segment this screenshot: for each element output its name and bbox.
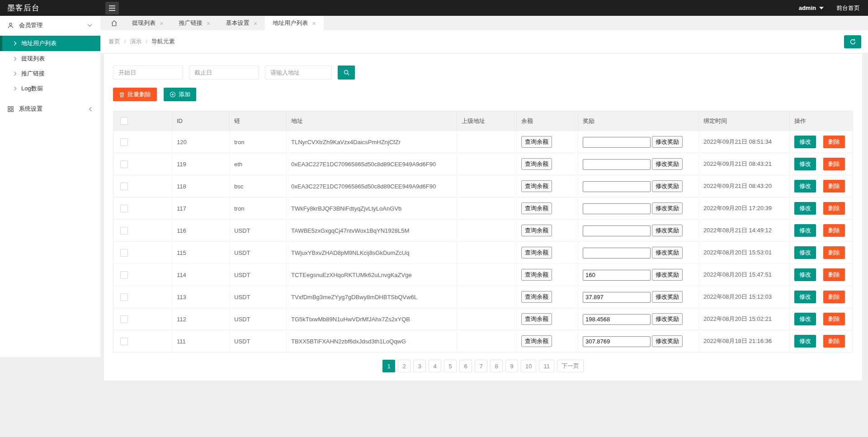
query-balance-button[interactable]: 查询余额 xyxy=(521,136,552,148)
tab[interactable]: 地址用户列表 xyxy=(265,16,324,30)
query-balance-button[interactable]: 查询余额 xyxy=(521,158,552,170)
refresh-button[interactable] xyxy=(844,35,861,48)
page-button[interactable]: 7 xyxy=(475,360,487,372)
sidebar-item[interactable]: 提现列表 xyxy=(0,51,100,66)
frontend-home-link[interactable]: 前台首页 xyxy=(836,4,860,12)
page-button[interactable]: 10 xyxy=(521,360,536,372)
page-button[interactable]: 2 xyxy=(398,360,410,372)
user-dropdown[interactable]: admin xyxy=(799,5,824,11)
reward-input[interactable] xyxy=(583,270,651,281)
sidebar-group-members[interactable]: 会员管理 xyxy=(0,16,100,35)
tab[interactable]: 推广链接 xyxy=(171,16,218,30)
delete-button[interactable]: 删除 xyxy=(823,158,845,170)
tab-home[interactable] xyxy=(104,16,124,30)
row-checkbox[interactable] xyxy=(120,271,128,279)
reward-input[interactable] xyxy=(583,292,651,303)
tab-close-icon[interactable] xyxy=(254,20,258,27)
delete-button[interactable]: 删除 xyxy=(823,180,845,193)
tab-close-icon[interactable] xyxy=(312,20,316,27)
page-button[interactable]: 5 xyxy=(444,360,457,372)
row-checkbox[interactable] xyxy=(120,138,128,146)
modify-reward-button[interactable]: 修改奖励 xyxy=(652,247,683,258)
page-button[interactable]: 11 xyxy=(539,360,554,372)
modify-reward-button[interactable]: 修改奖励 xyxy=(652,313,683,325)
delete-button[interactable]: 删除 xyxy=(823,202,845,215)
modify-reward-button[interactable]: 修改奖励 xyxy=(652,291,683,303)
row-checkbox[interactable] xyxy=(120,338,128,345)
tab-close-icon[interactable] xyxy=(160,20,164,27)
modify-reward-button[interactable]: 修改奖励 xyxy=(652,180,683,192)
delete-button[interactable]: 删除 xyxy=(823,246,845,259)
modify-reward-button[interactable]: 修改奖励 xyxy=(652,335,683,347)
end-date-input[interactable] xyxy=(189,66,259,80)
delete-button[interactable]: 删除 xyxy=(823,224,845,237)
search-button[interactable] xyxy=(338,66,355,80)
row-checkbox[interactable] xyxy=(120,249,128,257)
batch-delete-button[interactable]: 批量删除 xyxy=(113,88,157,101)
select-all-checkbox[interactable] xyxy=(120,117,128,125)
edit-button[interactable]: 修改 xyxy=(794,246,816,259)
page-button[interactable]: 1 xyxy=(382,360,395,372)
row-checkbox[interactable] xyxy=(120,227,128,235)
page-button[interactable]: 6 xyxy=(459,360,472,372)
query-balance-button[interactable]: 查询余额 xyxy=(521,335,552,347)
modify-reward-button[interactable]: 修改奖励 xyxy=(652,269,683,281)
reward-input[interactable] xyxy=(583,137,651,148)
modify-reward-button[interactable]: 修改奖励 xyxy=(652,225,683,236)
tab-close-icon[interactable] xyxy=(207,20,211,27)
delete-button[interactable]: 删除 xyxy=(823,313,845,325)
menu-toggle-button[interactable] xyxy=(105,2,119,14)
page-button[interactable]: 4 xyxy=(429,360,441,372)
edit-button[interactable]: 修改 xyxy=(794,224,816,237)
row-checkbox[interactable] xyxy=(120,205,128,212)
row-checkbox[interactable] xyxy=(120,160,128,168)
query-balance-button[interactable]: 查询余额 xyxy=(521,225,552,236)
modify-reward-button[interactable]: 修改奖励 xyxy=(652,158,683,170)
query-balance-button[interactable]: 查询余额 xyxy=(521,313,552,325)
start-date-input[interactable] xyxy=(113,66,183,80)
page-button[interactable]: 8 xyxy=(490,360,503,372)
query-balance-button[interactable]: 查询余额 xyxy=(521,202,552,214)
modify-reward-button[interactable]: 修改奖励 xyxy=(652,136,683,148)
edit-button[interactable]: 修改 xyxy=(794,136,816,148)
edit-button[interactable]: 修改 xyxy=(794,202,816,215)
breadcrumb-demo[interactable]: 演示 xyxy=(130,38,142,46)
delete-button[interactable]: 删除 xyxy=(823,136,845,148)
edit-button[interactable]: 修改 xyxy=(794,313,816,325)
sidebar-item[interactable]: 推广链接 xyxy=(0,66,100,81)
reward-input[interactable] xyxy=(583,159,651,170)
edit-button[interactable]: 修改 xyxy=(794,158,816,170)
reward-input[interactable] xyxy=(583,314,651,325)
delete-button[interactable]: 删除 xyxy=(823,291,845,303)
edit-button[interactable]: 修改 xyxy=(794,291,816,303)
modify-reward-button[interactable]: 修改奖励 xyxy=(652,202,683,214)
sidebar-item[interactable]: Log数据 xyxy=(0,81,100,96)
edit-button[interactable]: 修改 xyxy=(794,335,816,348)
row-checkbox[interactable] xyxy=(120,183,128,190)
sidebar-group-system[interactable]: 系统设置 xyxy=(0,99,100,118)
reward-input[interactable] xyxy=(583,203,651,214)
edit-button[interactable]: 修改 xyxy=(794,180,816,193)
reward-input[interactable] xyxy=(583,181,651,192)
next-page-button[interactable]: 下一页 xyxy=(557,360,584,372)
sidebar-item[interactable]: 地址用户列表 xyxy=(0,36,100,51)
query-balance-button[interactable]: 查询余额 xyxy=(521,291,552,303)
tab[interactable]: 提现列表 xyxy=(124,16,171,30)
reward-input[interactable] xyxy=(583,248,651,258)
address-search-input[interactable] xyxy=(265,66,332,80)
row-checkbox[interactable] xyxy=(120,315,128,323)
reward-input[interactable] xyxy=(583,336,651,347)
add-button[interactable]: 添加 xyxy=(164,88,196,101)
delete-button[interactable]: 删除 xyxy=(823,268,845,281)
page-button[interactable]: 9 xyxy=(505,360,518,372)
edit-button[interactable]: 修改 xyxy=(794,268,816,281)
query-balance-button[interactable]: 查询余额 xyxy=(521,180,552,192)
tab[interactable]: 基本设置 xyxy=(218,16,265,30)
delete-button[interactable]: 删除 xyxy=(823,335,845,348)
breadcrumb-home[interactable]: 首页 xyxy=(108,38,120,46)
query-balance-button[interactable]: 查询余额 xyxy=(521,269,552,281)
page-button[interactable]: 3 xyxy=(413,360,426,372)
row-checkbox[interactable] xyxy=(120,293,128,301)
query-balance-button[interactable]: 查询余额 xyxy=(521,247,552,258)
reward-input[interactable] xyxy=(583,226,651,236)
